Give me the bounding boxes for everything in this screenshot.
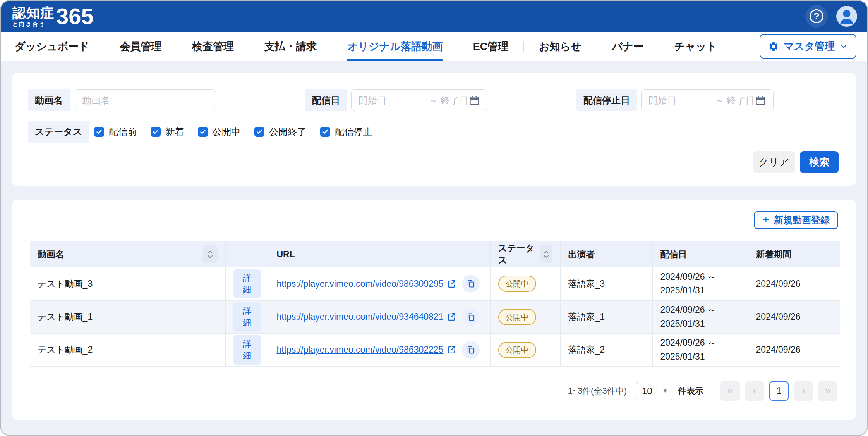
tab-banner[interactable]: バナー — [612, 32, 644, 61]
copy-url-button[interactable] — [462, 275, 480, 293]
copy-url-button[interactable] — [462, 308, 480, 326]
top-header-bar: 認知症 と向き合う 365 ? — [1, 1, 867, 32]
logo-sub-text: と向き合う — [12, 21, 54, 27]
tab-dashboard[interactable]: ダッシュボード — [15, 32, 89, 61]
last-page-button[interactable]: » — [818, 381, 837, 401]
new-video-button[interactable]: + 新規動画登録 — [754, 211, 838, 229]
checkbox-public-ended[interactable]: 公開終了 — [254, 126, 306, 138]
copy-icon — [466, 345, 475, 355]
column-header-detail — [225, 241, 269, 267]
tab-billing[interactable]: 支払・請求 — [264, 32, 317, 61]
stop-date-range-input[interactable]: 開始日 ～ 終了日 — [641, 89, 774, 111]
status-label: ステータス — [28, 121, 89, 143]
app-logo[interactable]: 認知症 と向き合う 365 — [12, 5, 94, 28]
column-header-performer: 出演者 — [560, 241, 652, 267]
column-header-name: 動画名 — [30, 241, 225, 267]
tab-separator — [732, 41, 732, 52]
cell-video-name: テスト動画_1 — [30, 300, 225, 333]
external-link-icon — [447, 345, 456, 355]
sort-button-status[interactable] — [540, 245, 552, 263]
user-avatar[interactable] — [836, 6, 857, 27]
tab-separator — [597, 41, 597, 52]
status-checkbox-group: 配信前 新着 公開中 公開終了 — [94, 121, 372, 143]
nav-tabs: ダッシュボード 会員管理 検査管理 支払・請求 オリジナル落語動画 EC管理 お… — [15, 32, 732, 61]
detail-button[interactable]: 詳細 — [233, 302, 261, 332]
tab-notices[interactable]: お知らせ — [539, 32, 582, 61]
app-window: 認知症 と向き合う 365 ? ダッシュボード 会員管理 検査管理 — [0, 0, 868, 436]
detail-button[interactable]: 詳細 — [233, 269, 261, 298]
video-url-link[interactable]: https://player.vimeo.com/video/934640821 — [277, 312, 457, 322]
table-header-row: 動画名 URL ステータス — [30, 241, 840, 267]
tab-members[interactable]: 会員管理 — [120, 32, 162, 61]
delivery-date-range-input[interactable]: 開始日 ～ 終了日 — [351, 89, 487, 111]
detail-button[interactable]: 詳細 — [233, 335, 261, 365]
cell-delivery-date: 2024/09/26 ～ 2025/01/31 — [652, 333, 748, 366]
page-1-button[interactable]: 1 — [769, 381, 789, 401]
tab-chat[interactable]: チャット — [674, 32, 717, 61]
select-caret-icon: ▾ — [663, 387, 667, 395]
page-size-select[interactable]: 10 ▾ — [636, 382, 672, 400]
cell-new-period: 2024/09/26 — [748, 333, 840, 366]
sort-button-name[interactable] — [203, 245, 218, 263]
next-page-button[interactable]: › — [794, 381, 813, 401]
status-badge: 公開中 — [498, 342, 536, 358]
cell-new-period: 2024/09/26 — [748, 267, 840, 300]
tab-separator — [458, 41, 458, 52]
clear-button[interactable]: クリア — [753, 151, 795, 173]
tab-inspections[interactable]: 検査管理 — [192, 32, 234, 61]
video-url-link[interactable]: https://player.vimeo.com/video/986302225 — [277, 345, 457, 355]
per-page-label: 件表示 — [678, 385, 703, 397]
first-page-button[interactable]: « — [720, 381, 740, 401]
delivery-date-field: 配信日 開始日 ～ 終了日 — [305, 89, 487, 111]
help-button[interactable]: ? — [805, 5, 828, 28]
video-name-field: 動画名 — [28, 89, 216, 111]
external-link-icon — [447, 279, 456, 289]
logo-main-text: 認知症 — [12, 6, 54, 19]
result-range-text: 1~3件(全3件中) — [568, 385, 627, 397]
column-header-url: URL — [269, 241, 490, 267]
video-url-link[interactable]: https://player.vimeo.com/video/986309295 — [277, 279, 457, 289]
column-header-new-period: 新着期間 — [748, 241, 840, 267]
search-button[interactable]: 検索 — [800, 151, 839, 173]
copy-url-button[interactable] — [462, 341, 480, 359]
previous-page-button[interactable]: ‹ — [745, 381, 764, 401]
checkbox-delivery-stopped[interactable]: 配信停止 — [320, 126, 372, 138]
copy-icon — [466, 312, 475, 322]
tab-separator — [523, 41, 524, 52]
cell-performer: 落語家_1 — [560, 300, 652, 333]
status-badge: 公開中 — [498, 276, 536, 292]
checkbox-public[interactable]: 公開中 — [198, 126, 240, 138]
status-badge: 公開中 — [498, 309, 536, 325]
help-icon: ? — [810, 9, 823, 23]
search-panel: 動画名 配信日 開始日 ～ 終了日 — [12, 73, 856, 186]
checkbox-new[interactable]: 新着 — [151, 126, 184, 138]
calendar-icon[interactable] — [755, 95, 766, 106]
stop-date-label: 配信停止日 — [576, 89, 637, 111]
stop-start-placeholder: 開始日 — [648, 94, 715, 107]
checkbox-before-delivery[interactable]: 配信前 — [94, 126, 137, 138]
video-name-input[interactable] — [74, 89, 216, 111]
header-actions: ? — [805, 5, 857, 28]
cell-delivery-date: 2024/09/26 ～ 2025/01/31 — [652, 267, 748, 300]
checkbox-checked-icon — [151, 127, 161, 137]
tab-ec[interactable]: EC管理 — [473, 32, 509, 61]
cell-video-name: テスト動画_3 — [30, 267, 225, 300]
external-link-icon — [447, 312, 456, 322]
user-icon — [836, 6, 857, 27]
video-name-label: 動画名 — [28, 89, 70, 111]
checkbox-checked-icon — [320, 127, 330, 137]
video-table: 動画名 URL ステータス — [30, 241, 840, 367]
copy-icon — [466, 279, 475, 288]
table-row: テスト動画_3 詳細 https://player.vimeo.com/vide… — [30, 267, 840, 300]
tab-separator — [332, 41, 332, 52]
cell-performer: 落語家_2 — [560, 333, 652, 366]
tab-separator — [105, 41, 105, 52]
calendar-icon[interactable] — [468, 95, 480, 106]
status-field: ステータス 配信前 新着 公開中 — [28, 121, 372, 143]
column-header-delivery: 配信日 — [652, 241, 748, 267]
table-row: テスト動画_1 詳細 https://player.vimeo.com/vide… — [30, 300, 840, 333]
cell-new-period: 2024/09/26 — [748, 300, 840, 333]
page-content: 動画名 配信日 開始日 ～ 終了日 — [1, 61, 867, 420]
master-management-button[interactable]: マスタ管理 — [760, 34, 856, 59]
tab-rakugo-videos[interactable]: オリジナル落語動画 — [347, 32, 443, 61]
